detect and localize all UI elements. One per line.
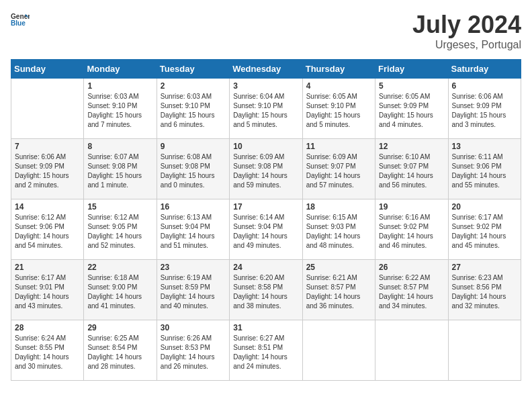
calendar-cell: 27Sunrise: 6:23 AM Sunset: 8:56 PM Dayli… bbox=[448, 260, 521, 320]
day-info: Sunrise: 6:24 AM Sunset: 8:55 PM Dayligh… bbox=[15, 334, 80, 371]
calendar-cell: 29Sunrise: 6:25 AM Sunset: 8:54 PM Dayli… bbox=[84, 320, 157, 381]
day-info: Sunrise: 6:27 AM Sunset: 8:51 PM Dayligh… bbox=[233, 334, 298, 371]
day-number: 11 bbox=[306, 142, 371, 151]
calendar-cell: 12Sunrise: 6:10 AM Sunset: 9:07 PM Dayli… bbox=[375, 139, 448, 199]
day-number: 15 bbox=[87, 202, 152, 212]
calendar-cell: 30Sunrise: 6:26 AM Sunset: 8:53 PM Dayli… bbox=[157, 320, 229, 381]
day-info: Sunrise: 6:06 AM Sunset: 9:09 PM Dayligh… bbox=[15, 152, 80, 190]
day-number: 3 bbox=[233, 81, 298, 91]
day-info: Sunrise: 6:22 AM Sunset: 8:57 PM Dayligh… bbox=[379, 273, 444, 311]
day-number: 12 bbox=[379, 142, 444, 151]
day-info: Sunrise: 6:14 AM Sunset: 9:04 PM Dayligh… bbox=[233, 213, 298, 250]
calendar-cell: 18Sunrise: 6:15 AM Sunset: 9:03 PM Dayli… bbox=[302, 199, 375, 260]
day-number: 8 bbox=[87, 142, 152, 151]
day-number: 4 bbox=[306, 81, 371, 91]
day-number: 5 bbox=[379, 81, 444, 91]
day-number: 26 bbox=[379, 263, 444, 272]
day-number: 9 bbox=[161, 142, 226, 151]
day-number: 24 bbox=[233, 263, 298, 272]
calendar-cell: 1Sunrise: 6:03 AM Sunset: 9:10 PM Daylig… bbox=[84, 79, 157, 139]
calendar-week-row: 7Sunrise: 6:06 AM Sunset: 9:09 PM Daylig… bbox=[11, 139, 521, 199]
day-info: Sunrise: 6:05 AM Sunset: 9:09 PM Dayligh… bbox=[379, 92, 444, 130]
calendar-cell: 31Sunrise: 6:27 AM Sunset: 8:51 PM Dayli… bbox=[230, 320, 302, 381]
calendar-header-row: SundayMondayTuesdayWednesdayThursdayFrid… bbox=[11, 60, 521, 79]
day-of-week-header: Sunday bbox=[11, 60, 84, 79]
title-block: July 2024 Urgeses, Portugal bbox=[412, 11, 521, 51]
calendar-cell: 16Sunrise: 6:13 AM Sunset: 9:04 PM Dayli… bbox=[157, 199, 229, 260]
calendar-cell: 2Sunrise: 6:03 AM Sunset: 9:10 PM Daylig… bbox=[157, 79, 229, 139]
calendar-cell: 13Sunrise: 6:11 AM Sunset: 9:06 PM Dayli… bbox=[448, 139, 521, 199]
day-info: Sunrise: 6:04 AM Sunset: 9:10 PM Dayligh… bbox=[233, 92, 298, 130]
day-of-week-header: Wednesday bbox=[230, 60, 302, 79]
day-number: 7 bbox=[15, 142, 80, 151]
day-info: Sunrise: 6:06 AM Sunset: 9:09 PM Dayligh… bbox=[452, 92, 517, 130]
day-info: Sunrise: 6:08 AM Sunset: 9:08 PM Dayligh… bbox=[161, 152, 226, 190]
day-number: 2 bbox=[161, 81, 226, 91]
day-info: Sunrise: 6:05 AM Sunset: 9:10 PM Dayligh… bbox=[306, 92, 371, 130]
calendar-cell: 6Sunrise: 6:06 AM Sunset: 9:09 PM Daylig… bbox=[448, 79, 521, 139]
day-info: Sunrise: 6:07 AM Sunset: 9:08 PM Dayligh… bbox=[87, 152, 152, 190]
day-number: 16 bbox=[161, 202, 226, 212]
calendar-cell: 15Sunrise: 6:12 AM Sunset: 9:05 PM Dayli… bbox=[84, 199, 157, 260]
calendar-cell bbox=[448, 320, 521, 381]
calendar-cell: 3Sunrise: 6:04 AM Sunset: 9:10 PM Daylig… bbox=[230, 79, 302, 139]
day-number: 27 bbox=[452, 263, 517, 272]
calendar-cell: 25Sunrise: 6:21 AM Sunset: 8:57 PM Dayli… bbox=[302, 260, 375, 320]
logo: General Blue bbox=[11, 11, 30, 30]
calendar-cell: 22Sunrise: 6:18 AM Sunset: 9:00 PM Dayli… bbox=[84, 260, 157, 320]
day-of-week-header: Friday bbox=[375, 60, 448, 79]
day-info: Sunrise: 6:16 AM Sunset: 9:02 PM Dayligh… bbox=[379, 213, 444, 250]
calendar-cell: 14Sunrise: 6:12 AM Sunset: 9:06 PM Dayli… bbox=[11, 199, 84, 260]
location: Urgeses, Portugal bbox=[412, 39, 521, 51]
day-info: Sunrise: 6:20 AM Sunset: 8:58 PM Dayligh… bbox=[233, 273, 298, 311]
day-info: Sunrise: 6:21 AM Sunset: 8:57 PM Dayligh… bbox=[306, 273, 371, 311]
day-info: Sunrise: 6:09 AM Sunset: 9:07 PM Dayligh… bbox=[306, 152, 371, 190]
day-number: 10 bbox=[233, 142, 298, 151]
day-number: 13 bbox=[452, 142, 517, 151]
day-number: 30 bbox=[161, 323, 226, 332]
day-info: Sunrise: 6:10 AM Sunset: 9:07 PM Dayligh… bbox=[379, 152, 444, 190]
calendar-cell: 26Sunrise: 6:22 AM Sunset: 8:57 PM Dayli… bbox=[375, 260, 448, 320]
month-year: July 2024 bbox=[412, 11, 521, 39]
day-of-week-header: Monday bbox=[84, 60, 157, 79]
day-number: 1 bbox=[87, 81, 152, 91]
calendar-week-row: 21Sunrise: 6:17 AM Sunset: 9:01 PM Dayli… bbox=[11, 260, 521, 320]
day-info: Sunrise: 6:23 AM Sunset: 8:56 PM Dayligh… bbox=[452, 273, 517, 311]
day-info: Sunrise: 6:09 AM Sunset: 9:08 PM Dayligh… bbox=[233, 152, 298, 190]
day-info: Sunrise: 6:03 AM Sunset: 9:10 PM Dayligh… bbox=[87, 92, 152, 130]
day-number: 14 bbox=[15, 202, 80, 212]
day-info: Sunrise: 6:03 AM Sunset: 9:10 PM Dayligh… bbox=[161, 92, 226, 130]
day-number: 18 bbox=[306, 202, 371, 212]
calendar-cell: 7Sunrise: 6:06 AM Sunset: 9:09 PM Daylig… bbox=[11, 139, 84, 199]
day-info: Sunrise: 6:17 AM Sunset: 9:02 PM Dayligh… bbox=[452, 213, 517, 250]
day-number: 17 bbox=[233, 202, 298, 212]
day-of-week-header: Tuesday bbox=[157, 60, 229, 79]
day-info: Sunrise: 6:12 AM Sunset: 9:05 PM Dayligh… bbox=[87, 213, 152, 250]
day-number: 29 bbox=[87, 323, 152, 332]
page-header: General Blue July 2024 Urgeses, Portugal bbox=[11, 11, 521, 51]
day-number: 22 bbox=[87, 263, 152, 272]
calendar-cell: 23Sunrise: 6:19 AM Sunset: 8:59 PM Dayli… bbox=[157, 260, 229, 320]
day-info: Sunrise: 6:13 AM Sunset: 9:04 PM Dayligh… bbox=[161, 213, 226, 250]
logo-icon: General Blue bbox=[11, 11, 30, 30]
day-info: Sunrise: 6:18 AM Sunset: 9:00 PM Dayligh… bbox=[87, 273, 152, 311]
day-info: Sunrise: 6:11 AM Sunset: 9:06 PM Dayligh… bbox=[452, 152, 517, 190]
calendar-cell bbox=[375, 320, 448, 381]
calendar-table: SundayMondayTuesdayWednesdayThursdayFrid… bbox=[11, 59, 521, 381]
calendar-week-row: 14Sunrise: 6:12 AM Sunset: 9:06 PM Dayli… bbox=[11, 199, 521, 260]
calendar-cell: 28Sunrise: 6:24 AM Sunset: 8:55 PM Dayli… bbox=[11, 320, 84, 381]
calendar-cell: 11Sunrise: 6:09 AM Sunset: 9:07 PM Dayli… bbox=[302, 139, 375, 199]
svg-text:Blue: Blue bbox=[11, 19, 26, 27]
calendar-cell: 10Sunrise: 6:09 AM Sunset: 9:08 PM Dayli… bbox=[230, 139, 302, 199]
day-number: 28 bbox=[15, 323, 80, 332]
day-number: 19 bbox=[379, 202, 444, 212]
day-number: 31 bbox=[233, 323, 298, 332]
day-number: 20 bbox=[452, 202, 517, 212]
day-of-week-header: Saturday bbox=[448, 60, 521, 79]
day-info: Sunrise: 6:26 AM Sunset: 8:53 PM Dayligh… bbox=[161, 334, 226, 371]
day-number: 23 bbox=[161, 263, 226, 272]
day-of-week-header: Thursday bbox=[302, 60, 375, 79]
day-info: Sunrise: 6:15 AM Sunset: 9:03 PM Dayligh… bbox=[306, 213, 371, 250]
calendar-cell: 5Sunrise: 6:05 AM Sunset: 9:09 PM Daylig… bbox=[375, 79, 448, 139]
calendar-cell: 8Sunrise: 6:07 AM Sunset: 9:08 PM Daylig… bbox=[84, 139, 157, 199]
